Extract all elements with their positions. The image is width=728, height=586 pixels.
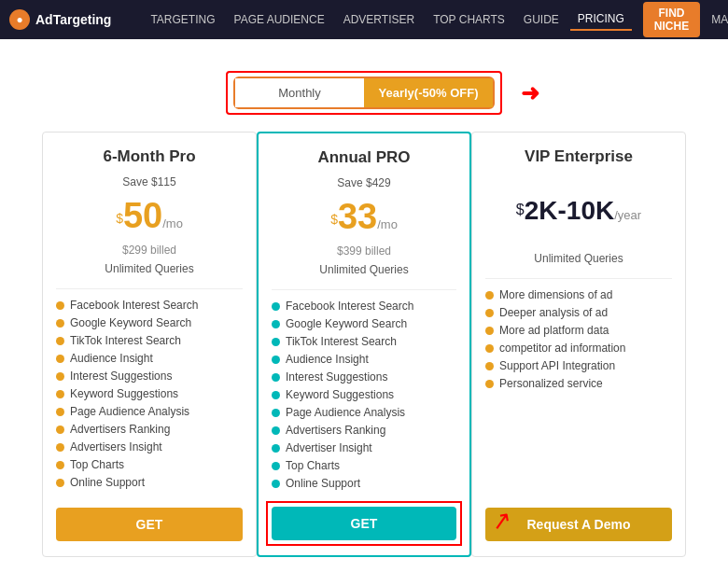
nav-top-charts[interactable]: TOP CHARTS (426, 9, 512, 30)
dot-icon (272, 462, 280, 470)
feature-label: Advertisers Insight (70, 440, 162, 453)
get-button-six-month[interactable]: GET (56, 508, 243, 541)
dot-icon (272, 302, 280, 311)
yearly-toggle[interactable]: Yearly(-50% OFF) (364, 78, 493, 107)
feature-list-annual: Facebook Interest Search Google Keyword … (272, 300, 456, 490)
feature-label: Interest Suggestions (70, 370, 172, 383)
dot-icon (56, 461, 64, 469)
feature-item: TikTok Interest Search (56, 334, 243, 347)
feature-label: Facebook Interest Search (70, 299, 198, 312)
feature-item: TikTok Interest Search (272, 335, 456, 348)
feature-label: Keyword Suggestions (70, 387, 178, 400)
dot-icon (272, 444, 280, 453)
dot-icon (56, 372, 64, 381)
plan-unlimited-six-month: Unlimited Queries (56, 262, 243, 275)
price-sup-annual: $ (330, 212, 338, 227)
feature-item: Interest Suggestions (56, 370, 243, 383)
dot-icon (272, 320, 280, 328)
plan-price-vip: $2K-10K/year (485, 196, 672, 226)
feature-label: Advertisers Ranking (70, 423, 170, 436)
plan-save-annual: Save $429 (272, 176, 456, 189)
logo-icon: ● (9, 9, 30, 30)
feature-label: Audience Insight (70, 352, 153, 365)
feature-item: Top Charts (272, 459, 456, 472)
feature-item: Keyword Suggestions (56, 387, 243, 400)
feature-label: Personalized service (499, 377, 603, 390)
price-main-vip: 2K-10K (525, 196, 614, 225)
dot-icon (56, 301, 64, 310)
get-button-annual[interactable]: GET (272, 507, 456, 540)
plan-title-vip: VIP Enterprise (485, 147, 672, 166)
feature-item: Page Audience Analysis (272, 406, 456, 419)
price-main-annual: 33 (338, 197, 377, 236)
nav-page-audience[interactable]: PAGE AUDIENCE (227, 9, 332, 30)
card-vip-enterprise: VIP Enterprise $2K-10K/year Unlimited Qu… (471, 132, 686, 557)
find-niche-button[interactable]: FIND NICHE (643, 2, 700, 37)
dot-icon (272, 391, 280, 399)
dot-icon (56, 408, 64, 416)
logo[interactable]: ● AdTargeting (9, 9, 111, 30)
dot-icon (272, 338, 280, 346)
feature-label: Page Audience Analysis (286, 406, 405, 419)
nav-pricing[interactable]: PRICING (570, 8, 632, 31)
card-six-month-pro: 6-Month Pro Save $115 $50/mo $299 billed… (42, 132, 257, 557)
feature-label: Top Charts (70, 458, 124, 471)
dot-icon (485, 344, 494, 353)
feature-list-six-month: Facebook Interest Search Google Keyword … (56, 299, 243, 491)
dot-icon (485, 380, 494, 388)
feature-item: Advertisers Insight (56, 440, 243, 453)
feature-label: TikTok Interest Search (286, 335, 397, 348)
nav-advertiser[interactable]: ADVERTISER (336, 9, 422, 30)
feature-item: Advertisers Ranking (272, 424, 456, 437)
plan-save-six-month: Save $115 (56, 175, 243, 188)
feature-label: Online Support (286, 477, 360, 490)
feature-label: Advertiser Insight (286, 441, 372, 454)
plan-unlimited-vip: Unlimited Queries (485, 252, 672, 265)
feature-label: Advertisers Ranking (286, 424, 385, 437)
feature-label: Interest Suggestions (286, 370, 387, 384)
dot-icon (56, 355, 64, 363)
nav-maker[interactable]: MAKER (704, 9, 728, 30)
plan-billed-vip (485, 233, 672, 246)
billing-toggle: Monthly Yearly(-50% OFF) (233, 77, 495, 109)
dot-icon (272, 356, 280, 364)
price-period-six-month: /mo (162, 216, 183, 230)
feature-item: Personalized service (485, 377, 672, 390)
feature-item: Facebook Interest Search (272, 300, 456, 313)
dot-icon (485, 309, 494, 317)
plan-price-six-month: $50/mo (56, 196, 243, 236)
feature-label: More ad platform data (499, 324, 609, 337)
dot-icon (272, 409, 280, 417)
feature-item: Audience Insight (56, 352, 243, 365)
feature-label: Google Keyword Search (70, 316, 191, 329)
feature-item: Audience Insight (272, 353, 456, 366)
feature-label: Online Support (70, 476, 145, 489)
price-main-six-month: 50 (123, 196, 162, 235)
dot-icon (56, 443, 64, 452)
feature-item: Top Charts (56, 458, 243, 471)
plan-unlimited-annual: Unlimited Queries (272, 263, 456, 276)
dot-icon (485, 362, 494, 370)
divider (56, 288, 243, 289)
nav-guide[interactable]: GUIDE (516, 9, 567, 30)
price-sup-six-month: $ (116, 211, 123, 226)
dot-icon (272, 480, 280, 488)
feature-item: Advertiser Insight (272, 441, 456, 454)
dot-icon (272, 373, 280, 382)
feature-item: Support API Integration (485, 359, 672, 372)
feature-item: Online Support (272, 477, 456, 490)
request-demo-button[interactable]: Request A Demo (485, 508, 672, 541)
monthly-toggle[interactable]: Monthly (235, 78, 364, 107)
dot-icon (485, 291, 494, 300)
price-period-vip: /year (614, 208, 641, 222)
annual-get-wrap: GET ↙ (272, 507, 456, 540)
feature-label: Deeper analysis of ad (499, 306, 608, 319)
nav-targeting[interactable]: TARGETING (143, 9, 222, 30)
feature-item: Deeper analysis of ad (485, 306, 672, 319)
feature-label: Google Keyword Search (286, 317, 407, 330)
plan-billed-six-month: $299 billed (56, 244, 243, 257)
feature-label: Page Audience Analysis (70, 405, 189, 418)
feature-item: Advertisers Ranking (56, 423, 243, 436)
plan-billed-annual: $399 billed (272, 244, 456, 258)
dot-icon (56, 426, 64, 434)
